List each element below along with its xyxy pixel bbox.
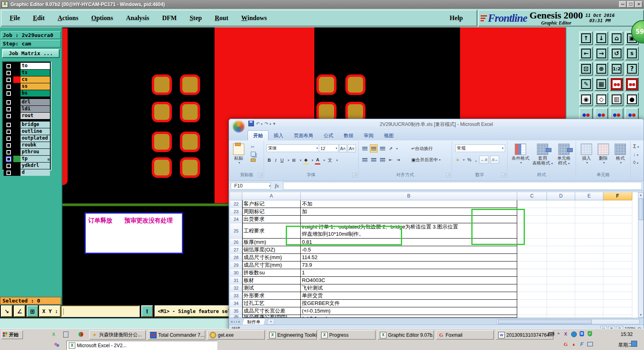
layer-row-d[interactable]: d: [4, 169, 50, 176]
close-button[interactable]: ×: [635, 1, 642, 8]
menu-options[interactable]: Options: [91, 14, 113, 22]
cell-empty[interactable]: [603, 246, 632, 254]
cell-b[interactable]: 73.9: [301, 261, 517, 269]
cell-a[interactable]: 成品尺寸长(mm): [242, 254, 301, 261]
keyboard-icon[interactable]: ⌨: [548, 331, 554, 337]
cell-empty[interactable]: [575, 307, 603, 315]
row-header[interactable]: 33: [230, 292, 242, 300]
quicklaunch-sogou-icon[interactable]: S: [50, 331, 57, 338]
layer-row-ts[interactable]: ts: [4, 70, 50, 76]
menu-rout[interactable]: Rout: [215, 14, 228, 22]
layer-checkbox[interactable]: [4, 90, 13, 97]
clipboard-dialog-launcher[interactable]: ◿: [258, 173, 262, 177]
align-bottom-icon[interactable]: [379, 144, 386, 152]
font-size-select[interactable]: 12▾: [319, 144, 339, 152]
cut-icon[interactable]: ✂: [251, 144, 256, 150]
layer-name[interactable]: ldi: [21, 106, 50, 112]
autosum-icon[interactable]: Σ▾: [633, 144, 639, 149]
clear-icon[interactable]: ◊▾: [633, 160, 639, 165]
cell-a[interactable]: 客户标记: [242, 200, 301, 208]
layer-row-tp[interactable]: tp⊞: [4, 156, 50, 162]
layer-name[interactable]: roubk: [21, 142, 50, 148]
layer-row-drl[interactable]: drl: [4, 99, 50, 105]
cell-empty[interactable]: [517, 261, 547, 269]
help-pointer-icon[interactable]: ?: [625, 62, 639, 76]
conditional-format-button[interactable]: 条件格式▾: [510, 144, 531, 165]
cell-empty[interactable]: [603, 292, 632, 300]
task-button-8[interactable]: W2013091310374764...: [496, 330, 553, 340]
cell-empty[interactable]: [517, 254, 547, 261]
layer-row-pthrou[interactable]: pthrou: [4, 149, 50, 155]
cell-empty[interactable]: [603, 300, 632, 307]
menu-help[interactable]: Help: [450, 14, 463, 22]
delete-cells-button[interactable]: 删除▾: [596, 144, 611, 165]
grid-icon[interactable]: ▦: [594, 77, 608, 91]
cell-empty[interactable]: [517, 315, 547, 318]
column-header-B[interactable]: B: [301, 192, 517, 200]
row-header[interactable]: 28: [230, 254, 242, 261]
cell-empty[interactable]: [603, 208, 632, 216]
cell-a[interactable]: 铜箔厚度(OZ): [242, 246, 301, 254]
redo-icon[interactable]: ↷▾: [264, 121, 271, 126]
cell-a[interactable]: 板材: [242, 277, 301, 284]
bold-button[interactable]: B: [266, 156, 272, 164]
row-header[interactable]: 32: [230, 284, 242, 292]
layer-name[interactable]: outline: [21, 128, 50, 135]
task-excel-active[interactable]: X Microsoft Excel - 2V2...: [66, 341, 217, 350]
layer-row-to[interactable]: to: [4, 63, 50, 69]
cell-a[interactable]: 周期标记: [242, 208, 301, 216]
cell-a[interactable]: 外形要求: [242, 292, 301, 300]
layer-name[interactable]: to: [21, 63, 50, 69]
cell-empty[interactable]: [517, 246, 547, 254]
excel-titlebar[interactable]: 2V29UUCRA0制作单.xls [兼容模式] - Microsoft Exc…: [229, 119, 644, 130]
netlist-compare-icon[interactable]: ●●: [625, 77, 639, 91]
show-desktop-icon[interactable]: [631, 341, 637, 347]
cell-empty[interactable]: [517, 292, 547, 300]
quicklaunch-pinwheel-icon[interactable]: [78, 331, 84, 338]
layer-name[interactable]: drl: [21, 99, 50, 105]
ribbon-tab-5[interactable]: 数据: [339, 131, 359, 140]
layer-name[interactable]: bridge: [21, 121, 50, 128]
cell-empty[interactable]: [575, 223, 603, 239]
cell-empty[interactable]: [547, 284, 575, 292]
cell-a[interactable]: 过孔工艺: [242, 300, 301, 307]
cell-empty[interactable]: [517, 200, 547, 208]
format-as-table-button[interactable]: 套用表格格式▾: [532, 144, 553, 166]
align-left-icon[interactable]: [361, 156, 369, 164]
copy-icon[interactable]: [251, 152, 256, 156]
cell-a[interactable]: 测试: [242, 284, 301, 292]
start-button[interactable]: 开始: [1, 330, 23, 339]
cell-empty[interactable]: [603, 200, 632, 208]
tray-monitor-icon[interactable]: [587, 341, 593, 347]
cell-empty[interactable]: [575, 200, 603, 208]
ribbon-tab-7[interactable]: 视图: [379, 131, 399, 140]
vertical-scrollbar[interactable]: ▲ ▼: [638, 192, 644, 318]
layer-checkbox[interactable]: [4, 106, 13, 112]
layer-checkbox[interactable]: [4, 63, 13, 69]
layer-checkbox[interactable]: [4, 142, 13, 148]
layer-checkbox[interactable]: [4, 99, 13, 105]
cell-empty[interactable]: [547, 269, 575, 277]
format-cells-button[interactable]: 格式▾: [613, 144, 627, 165]
align-middle-icon[interactable]: [370, 144, 378, 152]
select-all-corner[interactable]: [230, 192, 242, 200]
flashget-icon[interactable]: F: [579, 341, 585, 347]
insert-cells-button[interactable]: 插入▾: [579, 144, 594, 165]
layer-name[interactable]: rout: [21, 113, 50, 119]
cell-a[interactable]: 拼板数su: [242, 269, 301, 277]
layer-row-bridge[interactable]: bridge: [4, 121, 50, 128]
layer-row-cs[interactable]: cs: [4, 76, 50, 83]
pan-left-icon[interactable]: ←: [579, 47, 593, 60]
cell-empty[interactable]: [547, 307, 575, 315]
menu-dfm[interactable]: DFM: [162, 14, 177, 22]
row-header[interactable]: 25: [230, 223, 242, 239]
quicklaunch-calculator-icon[interactable]: [62, 331, 69, 338]
cell-empty[interactable]: [575, 261, 603, 269]
cell-b[interactable]: 1: [301, 269, 517, 277]
angle-mode-button[interactable]: ∠: [14, 305, 25, 317]
cell-a[interactable]: 成品板厚公差(mm): [242, 315, 301, 318]
align-center-icon[interactable]: [370, 156, 378, 164]
grid-mode-button[interactable]: ⊞: [27, 305, 38, 317]
cell-b[interactable]: 单拼交货: [301, 292, 517, 300]
cell-empty[interactable]: [575, 315, 603, 318]
